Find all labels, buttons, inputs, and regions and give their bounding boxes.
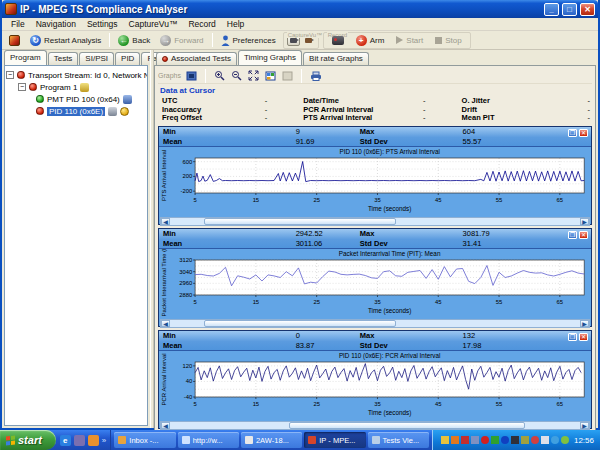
ie-quicklaunch-icon[interactable]: e xyxy=(60,435,71,446)
tray-icon-9[interactable] xyxy=(521,436,529,444)
start-menu-button[interactable]: start xyxy=(0,430,56,450)
chart-restore-button[interactable]: ❐ xyxy=(568,129,577,137)
pcr-arrival-plot[interactable]: 515253545556512040-40PID 110 (0x6E): PCR… xyxy=(159,351,591,421)
app-quicklaunch-icon[interactable] xyxy=(74,435,85,446)
tab-program[interactable]: Program xyxy=(4,50,47,65)
tab-timing-graphs[interactable]: Timing Graphs xyxy=(238,50,302,65)
export-graph-button[interactable] xyxy=(309,70,322,82)
minimize-button[interactable]: _ xyxy=(544,3,559,16)
arm-button[interactable]: + Arm xyxy=(351,33,390,48)
pts-arrival-plot[interactable]: 5152535455565600200-200PID 110 (0x6E): P… xyxy=(159,147,591,217)
preferences-icon xyxy=(221,35,230,46)
zoom-fit-button[interactable] xyxy=(247,70,260,82)
scroll-left-icon[interactable]: ◀ xyxy=(161,422,170,429)
pid-stream-icon xyxy=(108,107,117,116)
taskbar-item-analyser[interactable]: IP - MPE... xyxy=(304,432,365,448)
tray-icon-7[interactable] xyxy=(501,436,509,444)
chart-close-button[interactable]: ✕ xyxy=(579,333,588,341)
tree-row-program[interactable]: − Program 1 xyxy=(6,81,146,93)
scrollbar-thumb[interactable] xyxy=(204,320,397,327)
forward-button[interactable]: → Forward xyxy=(155,33,208,48)
close-button[interactable]: ✕ xyxy=(580,3,595,16)
collapse-icon[interactable]: − xyxy=(18,83,26,91)
chart-close-button[interactable]: ✕ xyxy=(579,129,588,137)
tray-icon-12[interactable] xyxy=(551,436,559,444)
data-at-cursor-title: Data at Cursor xyxy=(160,86,592,95)
taskbar-item-tests-view[interactable]: Tests Vie... xyxy=(368,432,429,448)
stop-button[interactable]: Stop xyxy=(430,34,466,47)
menu-help[interactable]: Help xyxy=(222,19,249,29)
tray-icon-8[interactable] xyxy=(511,436,519,444)
tab-pid[interactable]: PID xyxy=(115,52,140,65)
tray-icon-5[interactable] xyxy=(481,436,489,444)
tray-icon-6[interactable] xyxy=(491,436,499,444)
x-tick-label: 5 xyxy=(193,400,197,406)
start-icon xyxy=(396,36,403,44)
tray-icon-2[interactable] xyxy=(451,436,459,444)
restart-analysis-button[interactable]: ↻ Restart Analysis xyxy=(25,33,106,48)
tree-row-transport-stream[interactable]: − Transport Stream: Id 0, Network Name: xyxy=(6,69,146,81)
x-tick-label: 25 xyxy=(313,196,320,202)
tree-row-pid[interactable]: PID 110 (0x6E) xyxy=(6,105,146,117)
app-window: IP - MPEG TS Compliance Analyser _ □ ✕ F… xyxy=(0,0,600,430)
tray-icon-10[interactable] xyxy=(531,436,539,444)
taskbar-item-document[interactable]: 2AW-18... xyxy=(241,432,302,448)
tab-tests[interactable]: Tests xyxy=(48,52,79,65)
taskbar-item-browser[interactable]: http://w... xyxy=(178,432,239,448)
chart-restore-button[interactable]: ❐ xyxy=(568,231,577,239)
tests-view-icon xyxy=(372,436,380,444)
x-tick-label: 65 xyxy=(557,298,564,304)
quicklaunch-overflow-chevron[interactable]: » xyxy=(102,436,106,445)
maximize-button[interactable]: □ xyxy=(562,3,577,16)
tray-icon-1[interactable] xyxy=(441,436,449,444)
zoom-in-button[interactable] xyxy=(213,70,226,82)
chart-title: PID 110 (0x6E): PTS Arrival Interval xyxy=(339,148,439,156)
graph-config-button[interactable] xyxy=(185,70,198,82)
toolbar-separator xyxy=(109,33,110,47)
y-tick-label: 40 xyxy=(186,378,193,384)
collapse-icon[interactable]: − xyxy=(6,71,14,79)
left-tabs: Program Tests SI/PSI PID Packets xyxy=(2,50,150,65)
program-type-icon xyxy=(80,83,89,92)
tray-icon-13[interactable] xyxy=(561,436,569,444)
taskbar-item-inbox[interactable]: Inbox -... xyxy=(114,432,175,448)
scroll-left-icon[interactable]: ◀ xyxy=(161,218,170,225)
report-button[interactable] xyxy=(4,33,25,48)
zoom-out-button[interactable] xyxy=(230,70,243,82)
chart-hscrollbar[interactable]: ◀ ▶ xyxy=(160,217,590,226)
tree-row-pmt[interactable]: PMT PID 100 (0x64) xyxy=(6,93,146,105)
chart-hscrollbar[interactable]: ◀ ▶ xyxy=(160,319,590,328)
graph-layout-disabled-button[interactable] xyxy=(281,70,294,82)
scroll-right-icon[interactable]: ▶ xyxy=(580,320,589,327)
tab-bitrate-graphs[interactable]: Bit rate Graphs xyxy=(303,52,369,65)
std-dev-value: 55.57 xyxy=(463,137,557,147)
graph-layout-button[interactable] xyxy=(264,70,277,82)
scroll-right-icon[interactable]: ▶ xyxy=(580,422,589,429)
menu-record[interactable]: Record xyxy=(183,19,220,29)
tray-icon-11[interactable] xyxy=(541,436,549,444)
pit-mean-plot[interactable]: 51525354555653120304029602880Packet Inte… xyxy=(159,249,591,319)
tray-icon-3[interactable] xyxy=(461,436,469,444)
menu-file[interactable]: File xyxy=(6,19,30,29)
tray-icon-4[interactable] xyxy=(471,436,479,444)
back-button[interactable]: ← Back xyxy=(113,33,155,48)
system-tray: 12:56 xyxy=(432,430,600,450)
menu-navigation[interactable]: Navigation xyxy=(31,19,81,29)
mail-quicklaunch-icon[interactable] xyxy=(88,435,99,446)
scrollbar-thumb[interactable] xyxy=(289,422,524,429)
chart-close-button[interactable]: ✕ xyxy=(579,231,588,239)
scrollbar-thumb[interactable] xyxy=(204,218,397,225)
preferences-button[interactable]: Preferences xyxy=(216,33,281,48)
start-button[interactable]: Start xyxy=(391,34,428,47)
tab-associated-tests[interactable]: Associated Tests xyxy=(156,52,237,65)
chart-hscrollbar[interactable]: ◀ ▶ xyxy=(160,421,590,430)
taskbar-clock[interactable]: 12:56 xyxy=(574,436,594,445)
chart-restore-button[interactable]: ❐ xyxy=(568,333,577,341)
menu-settings[interactable]: Settings xyxy=(82,19,123,29)
scroll-right-icon[interactable]: ▶ xyxy=(580,218,589,225)
menu-capturevu[interactable]: CaptureVu™ xyxy=(124,19,183,29)
x-axis-label: Time (seconds) xyxy=(368,408,411,416)
tab-sipsi[interactable]: SI/PSI xyxy=(79,52,114,65)
toolbar-separator xyxy=(212,33,213,47)
scroll-left-icon[interactable]: ◀ xyxy=(161,320,170,327)
